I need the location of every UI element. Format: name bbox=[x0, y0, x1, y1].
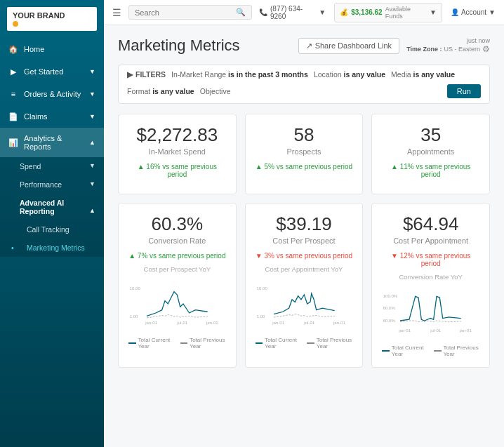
svg-text:10.00: 10.00 bbox=[130, 286, 141, 291]
topbar: ☰ 🔍 📞 (877) 634-9260 ▼ 💰 $3,136.62 Avail… bbox=[104, 0, 504, 25]
metric-card-cost-per-appointment: $64.94 Cost Per Appointment ▼ 12% vs sam… bbox=[371, 203, 490, 368]
share-label: Share Dashboard Link bbox=[315, 41, 392, 50]
phone-icon: 📞 bbox=[259, 8, 267, 16]
filter-in-market: In-Market Range is in the past 3 months bbox=[171, 70, 308, 79]
metric-card-prospects: 58 Prospects ▲ 5% vs same previous perio… bbox=[245, 114, 364, 194]
chevron-icon: ▼ bbox=[89, 68, 95, 75]
sidebar-getstarted-label: Get Started bbox=[24, 67, 63, 76]
chart-area: Cost per Appointment YoY 10.00 1.00 jan-… bbox=[256, 265, 353, 357]
menu-icon[interactable]: ☰ bbox=[112, 7, 121, 18]
chevron-icon: ▼ bbox=[89, 91, 95, 98]
page-header: Marketing Metrics ↗ Share Dashboard Link… bbox=[118, 36, 490, 55]
filter-format: Format is any value bbox=[127, 87, 194, 95]
account-icon: 👤 bbox=[451, 8, 459, 16]
account-label: Account bbox=[461, 8, 486, 16]
search-input[interactable] bbox=[135, 8, 232, 17]
legend-current: Total Current Year bbox=[382, 345, 425, 357]
analytics-submenu: Spend ▼ Performance ▼ Advanced AI Report… bbox=[0, 157, 104, 257]
sidebar-item-analytics[interactable]: 📊 Analytics & Reports ▲ bbox=[0, 128, 104, 157]
run-button[interactable]: Run bbox=[447, 84, 481, 98]
sidebar-item-get-started[interactable]: ▶ Get Started ▼ bbox=[0, 60, 104, 83]
sidebar-item-claims[interactable]: 📄 Claims ▼ bbox=[0, 105, 104, 128]
topbar-right: 📞 (877) 634-9260 ▼ 💰 $3,136.62 Available… bbox=[259, 3, 496, 22]
sidebar-item-home[interactable]: 🏠 Home bbox=[0, 38, 104, 60]
funds-amount: $3,136.62 bbox=[351, 8, 383, 16]
chart-area: Cost per Prospect YoY 10.00 1.00 jan-01 … bbox=[128, 265, 226, 357]
metric-change: ▲ 5% vs same previous period bbox=[256, 163, 353, 171]
legend-current: Total Current Year bbox=[128, 337, 172, 349]
logo-text: YOUR BRAND bbox=[13, 11, 65, 27]
svg-text:jul-01: jul-01 bbox=[303, 321, 314, 325]
logo[interactable]: YOUR BRAND bbox=[7, 7, 97, 31]
sidebar-item-call-tracking[interactable]: Call Tracking bbox=[0, 220, 104, 239]
content-area: Marketing Metrics ↗ Share Dashboard Link… bbox=[104, 25, 504, 447]
svg-text:jul-01: jul-01 bbox=[430, 328, 442, 333]
metric-card-conversion-rate: 60.3% Conversion Rate ▲ 7% vs same previ… bbox=[118, 203, 237, 368]
analytics-icon: 📊 bbox=[8, 138, 18, 147]
chart-legend: Total Current Year Total Previous Year bbox=[256, 337, 353, 349]
chart-area: Conversion Rate YoY 100.0% 80.0% 60.0% j… bbox=[382, 273, 479, 357]
logo-brand: YOUR BRAND bbox=[13, 11, 65, 20]
sidebar-item-orders[interactable]: ≡ Orders & Activity ▼ bbox=[0, 83, 104, 105]
sidebar-item-performance[interactable]: Performance ▼ bbox=[0, 175, 104, 194]
filters-label: ▶ FILTERS bbox=[127, 70, 166, 79]
svg-text:jan-01: jan-01 bbox=[206, 321, 218, 325]
chevron-icon: ▼ bbox=[89, 113, 95, 120]
page-title: Marketing Metrics bbox=[118, 36, 240, 55]
metric-label: Conversion Rate bbox=[128, 236, 226, 245]
chart-legend: Total Current Year Total Previous Year bbox=[128, 337, 226, 349]
account-info[interactable]: 👤 Account ▼ bbox=[451, 8, 496, 16]
filter-location: Location is any value bbox=[314, 70, 385, 79]
metric-change: ▲ 11% vs same previous period bbox=[382, 163, 479, 178]
svg-text:jan-01: jan-01 bbox=[459, 328, 472, 333]
sidebar-analytics-label: Analytics & Reports bbox=[24, 134, 89, 151]
funds-info[interactable]: 💰 $3,136.62 Available Funds ▼ bbox=[334, 3, 442, 22]
svg-text:80.0%: 80.0% bbox=[383, 306, 396, 310]
play-icon: ▶ bbox=[8, 67, 18, 76]
metric-label: Cost Per Appointment bbox=[382, 236, 479, 245]
share-icon: ↗ bbox=[306, 41, 312, 51]
phone-number: (877) 634-9260 bbox=[270, 5, 316, 20]
chart-svg: 100.0% 80.0% 60.0% jan-01 jul-01 jan-01 bbox=[382, 283, 479, 340]
legend-line-solid bbox=[256, 342, 263, 344]
funds-label: Available Funds bbox=[385, 6, 427, 20]
phone-info: 📞 (877) 634-9260 ▼ bbox=[259, 5, 326, 20]
metric-label: In-Market Spend bbox=[128, 147, 226, 156]
legend-current: Total Current Year bbox=[256, 337, 299, 349]
legend-previous: Total Previous Year bbox=[434, 345, 479, 357]
funds-icon: 💰 bbox=[340, 8, 348, 16]
sidebar-claims-label: Claims bbox=[24, 112, 48, 121]
timezone-value: US - Eastern bbox=[444, 46, 480, 53]
svg-text:jul-01: jul-01 bbox=[176, 321, 187, 325]
filter-media: Media is any value bbox=[391, 70, 455, 79]
home-icon: 🏠 bbox=[8, 44, 18, 54]
settings-icon[interactable]: ⚙ bbox=[482, 44, 490, 54]
metric-value: $2,272.83 bbox=[128, 124, 226, 146]
sidebar-home-label: Home bbox=[24, 45, 44, 53]
svg-text:100.0%: 100.0% bbox=[383, 294, 398, 298]
sidebar-item-spend[interactable]: Spend ▼ bbox=[0, 157, 104, 175]
legend-line-solid bbox=[382, 350, 390, 352]
filters-bar: ▶ FILTERS In-Market Range is in the past… bbox=[118, 65, 490, 104]
metric-value: $39.19 bbox=[256, 213, 353, 235]
chevron-down-icon: ▲ bbox=[89, 139, 95, 146]
chart-svg: 10.00 1.00 jan-01 jul-01 jan-01 bbox=[256, 276, 353, 332]
sidebar-item-ai-reporting[interactable]: Advanced AI Reporting ▲ bbox=[0, 194, 104, 220]
metric-change: ▲ 16% vs same previous period bbox=[128, 163, 226, 178]
metric-card-appointments: 35 Appointments ▲ 11% vs same previous p… bbox=[371, 114, 490, 194]
chart-title: Cost per Appointment YoY bbox=[256, 265, 353, 273]
svg-text:1.00: 1.00 bbox=[256, 314, 265, 319]
phone-chevron[interactable]: ▼ bbox=[319, 8, 326, 16]
svg-text:60.0%: 60.0% bbox=[383, 319, 396, 323]
svg-text:10.00: 10.00 bbox=[256, 286, 267, 291]
funds-chevron[interactable]: ▼ bbox=[430, 8, 437, 16]
sidebar-item-marketing-metrics[interactable]: Marketing Metrics bbox=[0, 239, 104, 257]
metric-card-cost-per-prospect: $39.19 Cost Per Prospect ▼ 3% vs same pr… bbox=[245, 203, 364, 368]
timezone-label: Time Zone : bbox=[406, 46, 442, 53]
metric-value: 58 bbox=[256, 124, 353, 146]
svg-text:jan-01: jan-01 bbox=[272, 321, 284, 325]
metric-value: $64.94 bbox=[382, 213, 479, 235]
account-chevron[interactable]: ▼ bbox=[489, 8, 496, 16]
share-dashboard-button[interactable]: ↗ Share Dashboard Link bbox=[298, 38, 399, 54]
search-box[interactable]: 🔍 bbox=[128, 5, 252, 20]
